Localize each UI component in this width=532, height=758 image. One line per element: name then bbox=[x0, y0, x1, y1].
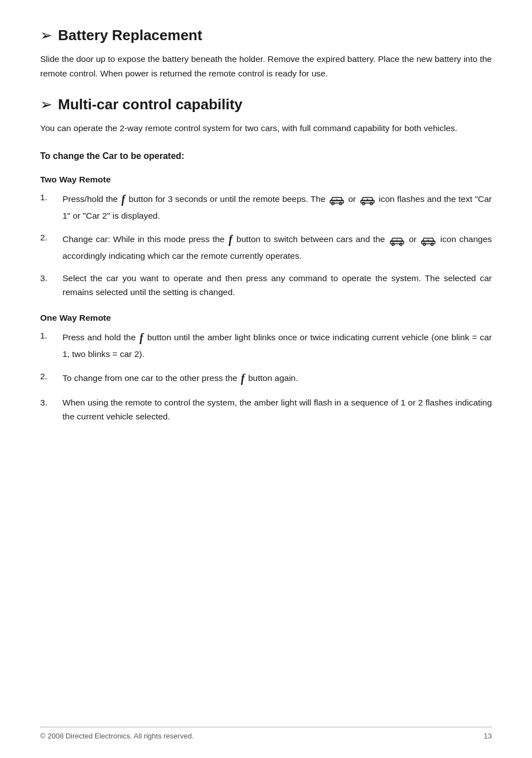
svg-text:1: 1 bbox=[336, 198, 338, 201]
battery-section: ➢ Battery Replacement Slide the door up … bbox=[40, 27, 492, 80]
chevron-icon: ➢ bbox=[40, 27, 52, 44]
multicar-body: You can operate the 2-way remote control… bbox=[40, 121, 492, 136]
svg-point-2 bbox=[340, 202, 342, 205]
change-car-subheading: To change the Car to be operated: bbox=[40, 151, 492, 161]
copyright-text: © 2008 Directed Electronics. All rights … bbox=[40, 732, 194, 740]
page: ➢ Battery Replacement Slide the door up … bbox=[0, 0, 532, 758]
multicar-section: ➢ Multi-car control capability You can o… bbox=[40, 96, 492, 424]
car2-icon: II bbox=[360, 193, 375, 205]
svg-point-13 bbox=[423, 243, 425, 245]
two-way-list: 1. Press/hold the f button for 3 seconds… bbox=[40, 190, 492, 300]
one-way-heading: One Way Remote bbox=[40, 313, 492, 323]
list-item: 1. Press and hold the f button until the… bbox=[40, 329, 492, 361]
multicar-heading: ➢ Multi-car control capability bbox=[40, 96, 492, 113]
car1-icon-2: 1 bbox=[389, 234, 405, 246]
battery-heading: ➢ Battery Replacement bbox=[40, 27, 492, 44]
one-way-list: 1. Press and hold the f button until the… bbox=[40, 329, 492, 424]
f-button-icon-4: f bbox=[241, 372, 245, 384]
list-item: 1. Press/hold the f button for 3 seconds… bbox=[40, 190, 492, 223]
list-item: 2. To change from one car to the other p… bbox=[40, 369, 492, 388]
svg-point-10 bbox=[400, 243, 402, 245]
list-item: 3. When using the remote to control the … bbox=[40, 395, 492, 424]
svg-point-5 bbox=[362, 202, 365, 205]
car2-icon-2: II bbox=[420, 234, 436, 246]
car1-icon: 1 bbox=[329, 193, 345, 205]
list-item: 2. Change car: While in this mode press … bbox=[40, 230, 492, 263]
page-number: 13 bbox=[484, 732, 492, 740]
svg-point-6 bbox=[370, 202, 373, 205]
svg-point-1 bbox=[332, 202, 334, 205]
f-button-icon: f bbox=[122, 193, 125, 205]
f-button-icon-3: f bbox=[139, 331, 143, 344]
list-item: 3. Select the car you want to operate an… bbox=[40, 271, 492, 300]
svg-point-9 bbox=[392, 243, 394, 245]
page-footer: © 2008 Directed Electronics. All rights … bbox=[40, 727, 492, 740]
two-way-heading: Two Way Remote bbox=[40, 175, 492, 185]
battery-body: Slide the door up to expose the battery … bbox=[40, 52, 492, 80]
svg-point-14 bbox=[431, 243, 433, 245]
f-button-icon-2: f bbox=[229, 233, 233, 245]
svg-text:1: 1 bbox=[396, 238, 398, 242]
chevron-icon-2: ➢ bbox=[40, 96, 52, 113]
